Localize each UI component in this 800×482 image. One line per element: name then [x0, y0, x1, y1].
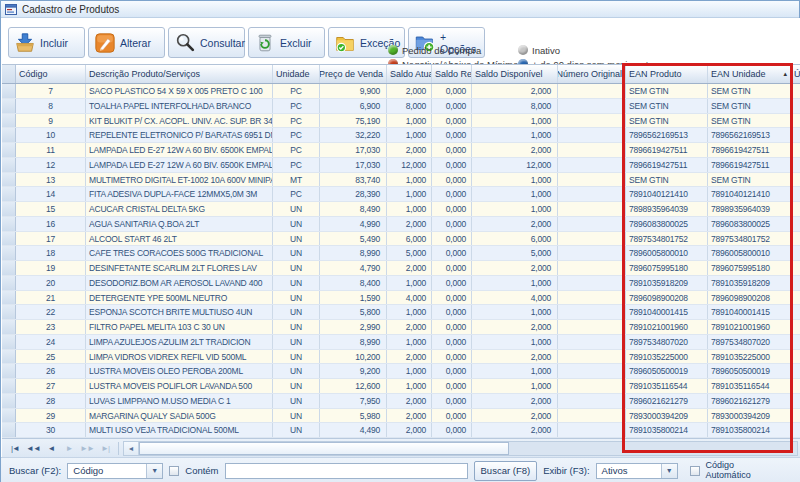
table-row[interactable]: 11LAMPADA LED E-27 12W A 60 BIV. 6500K E…: [2, 143, 800, 158]
cell-unidade: UN: [273, 423, 320, 437]
alterar-button[interactable]: Alterar: [88, 27, 165, 58]
row-selector[interactable]: [2, 158, 16, 172]
pager-next-page-button[interactable]: ►►: [78, 441, 96, 456]
column-header-unidade[interactable]: Unidade: [273, 65, 320, 83]
row-selector[interactable]: [2, 202, 16, 216]
trash-recycle-icon: [254, 32, 276, 54]
row-selector[interactable]: [2, 246, 16, 260]
row-selector[interactable]: [2, 364, 16, 378]
table-row[interactable]: 19DESINFETANTE SCARLIM 2LT FLORES LAVUN4…: [2, 261, 800, 276]
table-row[interactable]: 7SACO PLASTICO 54 X 59 X 005 PRETO C 100…: [2, 84, 800, 99]
column-header-ean_unidade[interactable]: EAN Unidade▴: [708, 65, 791, 83]
table-row[interactable]: 27LUSTRA MOVEIS POLIFLOR LAVANDA 500UN12…: [2, 379, 800, 394]
row-selector[interactable]: [2, 99, 16, 113]
table-row[interactable]: 18CAFE TRES CORACOES 500G TRADICIONALUN8…: [2, 246, 800, 261]
row-selector[interactable]: [2, 291, 16, 305]
row-selector[interactable]: [2, 335, 16, 349]
buscar-f8-button[interactable]: Buscar (F8): [474, 461, 538, 481]
row-selector[interactable]: [2, 276, 16, 290]
table-row[interactable]: 30MULTI USO VEJA TRADICIONAL 500MLUN4,49…: [2, 423, 800, 438]
row-selector[interactable]: [2, 173, 16, 187]
chevron-down-icon[interactable]: ▼: [661, 464, 677, 478]
table-row[interactable]: 25LIMPA VIDROS VIDREX REFIL VID 500MLUN1…: [2, 350, 800, 365]
row-selector[interactable]: [2, 379, 16, 393]
select-all-corner[interactable]: [2, 65, 16, 83]
pager-prior-button[interactable]: ◄: [42, 441, 60, 456]
exibir-combobox[interactable]: Ativos ▼: [596, 463, 678, 479]
excluir-button[interactable]: Excluir: [248, 27, 325, 58]
table-row[interactable]: 26LUSTRA MOVEIS OLEO PEROBA 200MLUN9,200…: [2, 364, 800, 379]
row-selector[interactable]: [2, 409, 16, 423]
table-row[interactable]: 12LAMPADA LED E-27 12W A 60 BIV. 6500K E…: [2, 158, 800, 173]
cell-partial: [791, 335, 800, 349]
table-row[interactable]: 10REPELENTE ELETRONICO P/ BARATAS 6951 D…: [2, 128, 800, 143]
row-selector[interactable]: [2, 423, 16, 437]
horizontal-scrollbar[interactable]: ◄: [123, 441, 798, 456]
cell-descricao: DESODORIZ.BOM AR AEROSOL LAVAND 400: [86, 276, 273, 290]
cell-saldo_atual: 1,000: [387, 202, 432, 216]
chevron-down-icon[interactable]: ▼: [146, 464, 162, 478]
cell-ean_unidade: 7891035225000: [708, 350, 791, 364]
table-row[interactable]: 21DETERGENTE YPE 500ML NEUTROUN1,5904,00…: [2, 291, 800, 306]
cell-numero_original: [558, 187, 626, 201]
table-row[interactable]: 23FILTRO PAPEL MELITA 103 C 30 UNUN2,990…: [2, 320, 800, 335]
table-row[interactable]: 15ACUCAR CRISTAL DELTA 5KGUN8,4901,0000,…: [2, 202, 800, 217]
pager-next-button[interactable]: ►: [60, 441, 78, 456]
row-selector[interactable]: [2, 305, 16, 319]
scroll-left-arrow[interactable]: ◄: [124, 442, 139, 455]
column-header-descricao[interactable]: Descrição Produto/Serviços: [86, 65, 273, 83]
cell-saldo_atual: 1,000: [387, 173, 432, 187]
column-header-saldo_reserva[interactable]: Saldo Reserva: [432, 65, 472, 83]
cell-unidade: UN: [273, 364, 320, 378]
scrollbar-thumb[interactable]: [139, 442, 509, 455]
table-row[interactable]: 17ALCOOL START 46 2LTUN5,4906,0000,0006,…: [2, 232, 800, 247]
cell-saldo_disponivel: 4,000: [472, 291, 558, 305]
table-row[interactable]: 13MULTIMETRO DIGITAL ET-1002 10A 600V MI…: [2, 173, 800, 188]
column-header-ean_produto[interactable]: EAN Produto: [626, 65, 708, 83]
consultar-button[interactable]: Consultar: [168, 27, 245, 58]
row-selector[interactable]: [2, 128, 16, 142]
table-row[interactable]: 8TOALHA PAPEL INTERFOLHADA BRANCOPC6,900…: [2, 99, 800, 114]
column-header-preco[interactable]: Preço de Venda: [320, 65, 387, 83]
cell-codigo: 8: [16, 99, 86, 113]
pager-first-button[interactable]: |◄: [6, 441, 24, 456]
table-row[interactable]: 29MARGARINA QUALY SADIA 500GUN5,9802,000…: [2, 409, 800, 424]
column-header-saldo_atual[interactable]: Saldo Atual: [387, 65, 432, 83]
table-row[interactable]: 20DESODORIZ.BOM AR AEROSOL LAVAND 400UN8…: [2, 276, 800, 291]
row-selector[interactable]: [2, 187, 16, 201]
cell-saldo_reserva: 0,000: [432, 114, 472, 128]
cell-descricao: LIMPA AZULEJOS AZULIM 2LT TRADICION: [86, 335, 273, 349]
table-row[interactable]: 22ESPONJA SCOTCH BRITE MULTIUSO 4UNUN5,8…: [2, 305, 800, 320]
column-header-numero_original[interactable]: Número Original: [558, 65, 626, 83]
pager-prior-page-button[interactable]: ◄◄: [24, 441, 42, 456]
row-selector[interactable]: [2, 84, 16, 98]
table-row[interactable]: 28LUVAS LIMPPANO M.USO MEDIA C 1UN7,9502…: [2, 394, 800, 409]
row-selector[interactable]: [2, 232, 16, 246]
column-header-saldo_disponivel[interactable]: Saldo Disponível: [472, 65, 558, 83]
contem-checkbox[interactable]: [169, 466, 179, 476]
row-selector[interactable]: [2, 114, 16, 128]
cell-saldo_atual: 2,000: [387, 409, 432, 423]
buscar-field-combobox[interactable]: Código ▼: [67, 463, 163, 479]
row-selector[interactable]: [2, 261, 16, 275]
cell-ean_unidade: SEM GTIN: [708, 99, 791, 113]
codigo-automatico-checkbox[interactable]: [690, 466, 700, 476]
table-row[interactable]: 14FITA ADESIVA DUPLA-FACE 12MMX5,0M 3MPC…: [2, 187, 800, 202]
cell-partial: [791, 305, 800, 319]
cell-ean_unidade: 7896098900208: [708, 291, 791, 305]
table-row[interactable]: 16AGUA SANITARIA Q.BOA 2LTUN4,9902,0000,…: [2, 217, 800, 232]
cell-numero_original: [558, 291, 626, 305]
row-selector[interactable]: [2, 143, 16, 157]
column-header-codigo[interactable]: Código: [16, 65, 86, 83]
table-row[interactable]: 9KIT BLUKIT P/ CX. ACOPL. UNIV. AC. SUP.…: [2, 114, 800, 129]
row-selector[interactable]: [2, 320, 16, 334]
cell-saldo_disponivel: 1,000: [472, 364, 558, 378]
search-input[interactable]: [225, 463, 468, 479]
cell-ean_produto: 7896005800010: [626, 246, 708, 260]
row-selector[interactable]: [2, 350, 16, 364]
row-selector[interactable]: [2, 217, 16, 231]
pager-last-button[interactable]: ►|: [96, 441, 114, 456]
table-row[interactable]: 24LIMPA AZULEJOS AZULIM 2LT TRADICIONUN8…: [2, 335, 800, 350]
row-selector[interactable]: [2, 394, 16, 408]
incluir-button[interactable]: Incluir: [8, 27, 85, 58]
